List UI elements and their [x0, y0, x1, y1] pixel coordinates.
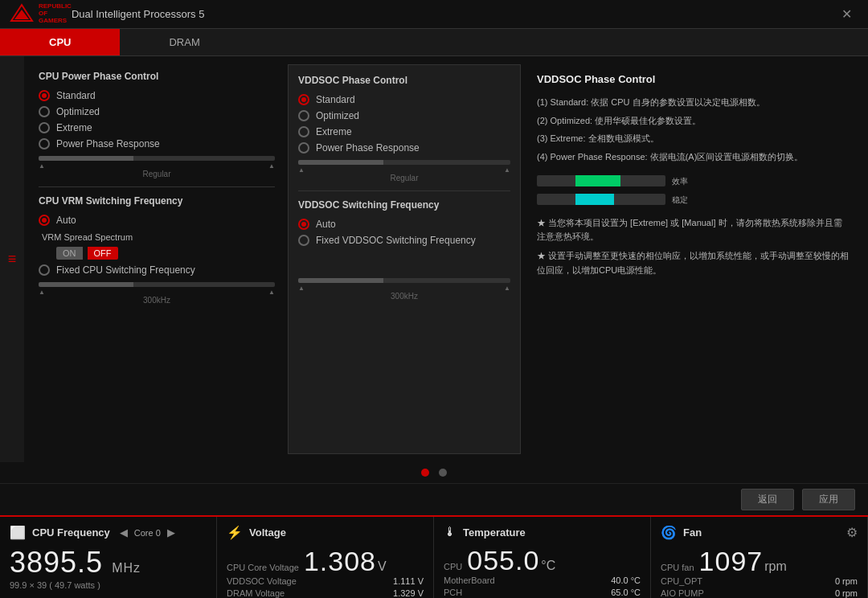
cpu-temp-label: CPU [444, 562, 462, 571]
info-bars: 效率 稳定 [537, 174, 850, 207]
info-bar-row-1: 效率 [537, 174, 850, 188]
vddsoc-power-title: VDDSOC Phase Control [298, 75, 510, 86]
efficiency-bar-track [537, 175, 665, 186]
core-nav: ◀ Core 0 ▶ [117, 526, 178, 539]
vddsoc-standard[interactable]: Standard [298, 94, 510, 105]
vddsoc-power-slider[interactable]: ▲ ▲ Regular [298, 160, 510, 182]
pch-temp-row: PCH 65.0 °C [444, 588, 641, 597]
cpu-freq-unit: MHz [112, 561, 141, 575]
cpu-power-slider[interactable]: ▲ ▲ Regular [39, 156, 275, 178]
cpu-fan-display: CPU fan 1097 rpm [661, 547, 858, 576]
toggle-on[interactable]: ON [56, 247, 83, 260]
cpu-power-radio-group: Standard Optimized Extreme Power Phase R… [39, 90, 275, 150]
vddsoc-freq-slider-triangles: ▲ ▲ [298, 285, 510, 292]
cpu-power-optimized[interactable]: Optimized [39, 106, 275, 117]
close-button[interactable]: ✕ [835, 5, 858, 23]
fan-header: 🌀 Fan [661, 525, 858, 540]
rog-icon-svg [10, 3, 34, 24]
vddsoc-freq-auto[interactable]: Auto [298, 219, 510, 230]
efficiency-bar-fill [575, 175, 620, 186]
back-button[interactable]: 返回 [741, 489, 794, 510]
cpu-freq-auto-radio [39, 215, 50, 226]
core-nav-right[interactable]: ▶ [164, 526, 178, 539]
apply-button[interactable]: 应用 [802, 489, 855, 510]
freq-slider-left: ▲ [39, 289, 45, 296]
cpu-freq-title: CPU Frequency [32, 526, 110, 539]
vddsoc-optimized-radio [298, 110, 309, 121]
fan-title: Fan [683, 526, 702, 539]
sidebar-indicator[interactable]: ≡ [0, 56, 24, 462]
vddsoc-power-slider-label: Regular [298, 174, 510, 182]
settings-gear-button[interactable]: ⚙ [846, 525, 858, 540]
cpu-power-extreme[interactable]: Extreme [39, 122, 275, 133]
temperature-icon: 🌡 [444, 525, 457, 539]
pagination [0, 462, 868, 483]
voltage-icon: ⚡ [227, 525, 243, 540]
temperature-header: 🌡 Temperature [444, 525, 641, 539]
vddsoc-freq-left: ▲ [298, 285, 305, 292]
vddsoc-freq-title: VDDSOC Switching Frequency [298, 199, 510, 211]
content-area: CPU Power Phase Control Standard Optimiz… [24, 56, 868, 462]
stability-bar-fill [575, 194, 614, 205]
cpu-fan-value: 1097 [699, 547, 764, 576]
cpu-core-voltage-display: CPU Core Voltage 1.308 V [227, 547, 424, 576]
cpu-temp-display: CPU 055.0 °C [444, 546, 641, 575]
rog-text: REPUBLICOFGAMERS [39, 3, 72, 24]
cpu-power-standard[interactable]: Standard [39, 90, 275, 101]
cpu-temp-value: 055.0 [467, 546, 539, 575]
aio-pump-row: AIO PUMP 0 rpm [661, 588, 858, 598]
vddsoc-slider-left: ▲ [298, 166, 305, 174]
tab-dram[interactable]: DRAM [120, 29, 248, 55]
vrm-spread-toggle[interactable]: ON OFF [56, 247, 275, 260]
motherboard-temp-row: MotherBoard 40.0 °C [444, 575, 641, 585]
cpu-freq-sub: 99.9 × 39 ( 49.7 watts ) [10, 580, 207, 590]
stability-bar-track [537, 194, 665, 205]
cpu-freq-slider[interactable]: ▲ ▲ 300kHz [39, 282, 275, 305]
cpu-freq-radio-group: Auto [39, 215, 275, 226]
vddsoc-power-radio-group: Standard Optimized Extreme Power Phase R… [298, 94, 510, 154]
middle-panel: VDDSOC Phase Control Standard Optimized … [288, 64, 521, 454]
vddsoc-freq-slider[interactable]: ▲ ▲ 300kHz [298, 278, 510, 301]
cpu-fixed-freq[interactable]: Fixed CPU Switching Frequency [39, 264, 275, 276]
cpu-power-optimized-radio [39, 106, 50, 117]
vddsoc-freq-auto-radio [298, 219, 309, 230]
info-bar-row-2: 稳定 [537, 193, 850, 207]
info-item-3: (3) Extreme: 全相数电源模式。 [537, 131, 850, 146]
page-dot-1[interactable] [421, 469, 429, 477]
cpu-fan-unit: rpm [764, 559, 787, 574]
vddsoc-phase-response[interactable]: Power Phase Response [298, 142, 510, 154]
vddsoc-divider [298, 190, 510, 191]
vddsoc-fixed-freq[interactable]: Fixed VDDSOC Switching Frequency [298, 235, 510, 246]
vddsoc-extreme[interactable]: Extreme [298, 126, 510, 137]
cpu-freq-auto[interactable]: Auto [39, 215, 275, 226]
vddsoc-optimized[interactable]: Optimized [298, 110, 510, 121]
cpu-freq-slider-track [39, 282, 275, 287]
cpu-freq-value: 3895.5 MHz [10, 547, 207, 579]
title-bar: REPUBLICOFGAMERS Dual Intelligent Proces… [0, 0, 868, 29]
vddsoc-voltage-row: VDDSOC Voltage 1.111 V [227, 576, 424, 586]
cpu-temp-unit: °C [541, 559, 555, 573]
cpu-freq-slider-triangles: ▲ ▲ [39, 289, 275, 296]
cpu-power-phase-response[interactable]: Power Phase Response [39, 138, 275, 150]
rog-logo: REPUBLICOFGAMERS [10, 3, 72, 24]
core-nav-left[interactable]: ◀ [117, 526, 131, 539]
freq-slider-right: ▲ [268, 289, 275, 296]
cpu-opt-row: CPU_OPT 0 rpm [661, 576, 858, 586]
toggle-off[interactable]: OFF [88, 247, 118, 260]
temperature-title: Temperature [463, 526, 526, 539]
cpu-freq-slider-label: 300kHz [39, 296, 275, 305]
cpu-power-phase-response-radio [39, 138, 50, 150]
cpu-freq-icon: ⬜ [10, 525, 26, 540]
cpu-freq-title: CPU VRM Switching Frequency [39, 195, 275, 207]
cpu-power-standard-radio [39, 90, 50, 101]
core-label: Core 0 [134, 528, 161, 538]
temperature-section: 🌡 Temperature CPU 055.0 °C MotherBoard 4… [434, 517, 651, 598]
tab-cpu[interactable]: CPU [0, 29, 120, 55]
vddsoc-freq-slider-label: 300kHz [298, 292, 510, 301]
efficiency-label: 效率 [672, 174, 688, 188]
page-dot-2[interactable] [439, 469, 447, 477]
main-content: ≡ CPU Power Phase Control Standard Optim… [0, 56, 868, 462]
cpu-fixed-freq-radio [39, 264, 50, 276]
fan-section: 🌀 Fan CPU fan 1097 rpm CPU_OPT 0 rpm AIO… [651, 517, 868, 598]
vddsoc-fixed-freq-radio [298, 235, 309, 246]
